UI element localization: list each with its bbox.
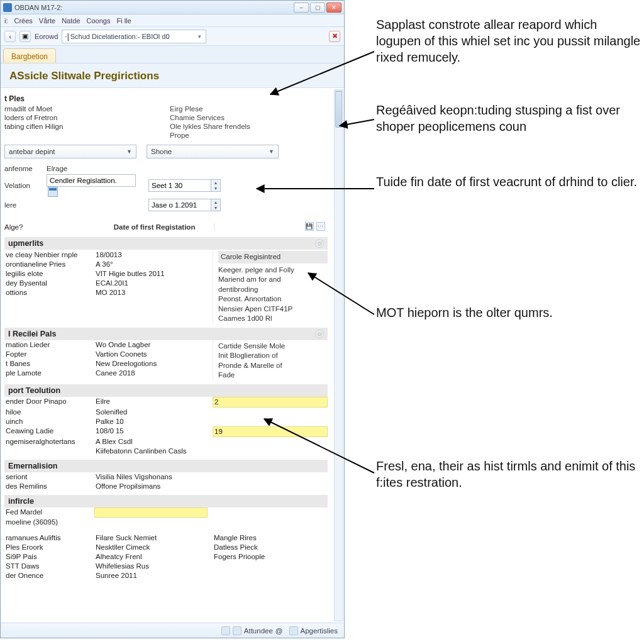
row-value: Solenifled (94, 408, 208, 417)
side-line: Mariend am for and (218, 275, 328, 285)
back-button[interactable]: ‹ (4, 31, 16, 42)
row-label: uinch (4, 417, 89, 426)
chevron-down-icon: ▼ (269, 148, 274, 155)
ples-grid: rmadilt of Moet loders of Fretron tabing… (4, 104, 328, 140)
row-label: STT Daws (4, 562, 89, 571)
row-value: A 36° (94, 259, 208, 269)
combo-value: antebar depint (9, 148, 55, 155)
row-value: Alheatcy Frenl (94, 552, 208, 562)
spin-up-icon[interactable]: ▲ (211, 180, 220, 186)
close-button[interactable]: ✕ (326, 3, 341, 13)
side-column: Cartide Sensile Mole Init Bloglieration … (213, 340, 328, 380)
calendar-icon[interactable] (48, 187, 58, 197)
tool-icon[interactable]: ⋯ (316, 222, 325, 231)
row-label: Fopter (4, 350, 89, 359)
address-input[interactable] (70, 31, 196, 42)
row-label: orontianeline Pries (4, 259, 89, 269)
row-value: New Dreelogotions (94, 359, 208, 369)
panel-teolution: port Teolution ender Door PinapoEilre2 h… (4, 384, 328, 456)
row-label: ottions (4, 287, 89, 297)
side-line: Nensier Apen CITF41P (218, 304, 328, 314)
panel-recilei: I Recilei Pals○ rnation LiederWo Onde La… (4, 328, 328, 380)
row-label: ple Lamote (4, 369, 89, 378)
side-line: Caames 1d00 Rl (218, 314, 328, 324)
question-row: Alge? Date of first Registation 💾 ⋯ (4, 221, 328, 233)
velation-input[interactable] (47, 174, 136, 187)
date-input[interactable] (148, 199, 211, 211)
side-line: Cartide Sensile Mole (218, 341, 328, 352)
menu-item[interactable]: i: (4, 17, 8, 25)
section-heading: t Ples (4, 93, 328, 104)
hl-value[interactable] (94, 508, 208, 518)
minimize-button[interactable]: – (294, 3, 309, 13)
row-value: Offone Propilsimans (94, 482, 328, 491)
status-text: Apgertislies (301, 627, 338, 635)
callout-5: Fresl, ena, their as hist tirmls and eni… (376, 458, 644, 491)
record-icon[interactable]: ▣ (19, 31, 31, 42)
row-label: des Remilins (4, 482, 89, 491)
at-icon: @ (275, 627, 283, 635)
row-value: Nesktller Cimeck (94, 543, 208, 552)
address-bar[interactable]: ·| ▾ (62, 30, 206, 43)
row-value: Eilre (94, 397, 208, 408)
date-input[interactable] (148, 179, 211, 192)
callout-3: Tuide fin date of first veacrunt of drhi… (376, 174, 637, 190)
row-value: VIT Higie butles 2011 (94, 269, 208, 278)
row-value: Whifeliesias Rus (94, 562, 208, 571)
panel-title: port Teolution (8, 386, 60, 395)
menu-item[interactable]: Vårte (39, 17, 55, 25)
page-icon (221, 626, 230, 635)
menu-item[interactable]: Fi lle (116, 17, 131, 25)
row-value: Wo Onde Lagber (94, 340, 208, 350)
form-label: Velation (4, 182, 39, 189)
date-spinner-1[interactable]: ▲▼ (148, 179, 221, 192)
spin-down-icon[interactable]: ▼ (211, 205, 220, 211)
tabstrip: Bargbetion (1, 46, 344, 64)
menu-item[interactable]: Crées (14, 17, 33, 25)
scroll-thumb[interactable] (335, 91, 342, 128)
record-label: Eorowd (35, 33, 58, 40)
column-header: Elrage (47, 165, 141, 172)
status-opportunities[interactable]: Apgertislies (289, 626, 338, 635)
row-value: 108/0 15 (94, 426, 208, 437)
combo-left[interactable]: antebar depint ▼ (4, 145, 136, 158)
tab-registration[interactable]: Bargbetion (3, 48, 56, 63)
combo-right[interactable]: Shone ▼ (147, 145, 279, 158)
callout-4: MOT hieporn is the olter qumrs. (376, 304, 553, 321)
row-label (4, 447, 89, 456)
menu-item[interactable]: Coongs (87, 17, 111, 25)
window-buttons: – ▢ ✕ (294, 3, 341, 13)
spin-up-icon[interactable]: ▲ (211, 199, 220, 205)
page-title: ASsicle Slitwale Pregirictions (1, 64, 344, 88)
list-item: Ole lykles Share frendels (170, 122, 328, 131)
side-line: Peonst. Annortation (218, 294, 328, 304)
list-label: Eirg Plese (170, 104, 328, 113)
toolbar: ‹ ▣ Eorowd ·| ▾ ✖ (1, 27, 344, 46)
row-value: Kiifebatonn Canlinben Casls (94, 447, 208, 456)
date-spinner-2[interactable]: ▲▼ (148, 199, 221, 211)
spin-down-icon[interactable]: ▼ (211, 186, 220, 191)
row-value: Palke 10 (94, 417, 208, 426)
address-dropdown[interactable]: ▾ (196, 33, 203, 40)
panel-title: infircle (8, 497, 34, 506)
hl-value[interactable]: 19 (213, 426, 328, 437)
list-item: tabing ciflen Hilign (4, 122, 162, 131)
row-value: ECAl.20I1 (94, 278, 208, 287)
row-label: Si9P Pais (4, 552, 89, 562)
row-label: ngemiseralghotertans (4, 437, 89, 447)
vertical-scrollbar[interactable]: ▲ (334, 89, 343, 621)
maximize-button[interactable]: ▢ (310, 3, 325, 13)
collapse-icon[interactable]: ○ (315, 239, 324, 248)
save-icon[interactable]: 💾 (305, 222, 314, 231)
stop-icon[interactable]: ✖ (329, 31, 340, 42)
collapse-icon[interactable]: ○ (315, 330, 324, 338)
side-heading: Carole Regisintred (218, 251, 328, 264)
row-right: Fogers Prioople (213, 552, 328, 562)
menu-item[interactable]: Natde (62, 17, 80, 25)
panel-upmerlits: upmerlits○ ve cleay Nenbier rnple18/0013… (4, 237, 328, 324)
side-column: Carole Regisintred Keeger. pelge and Fol… (213, 250, 328, 324)
status-attendee[interactable]: Attundee@ (221, 626, 283, 635)
hl-value[interactable]: 2 (213, 397, 328, 408)
row-value: Sunree 2011 (94, 571, 208, 580)
combo-value: Shone (151, 148, 172, 155)
